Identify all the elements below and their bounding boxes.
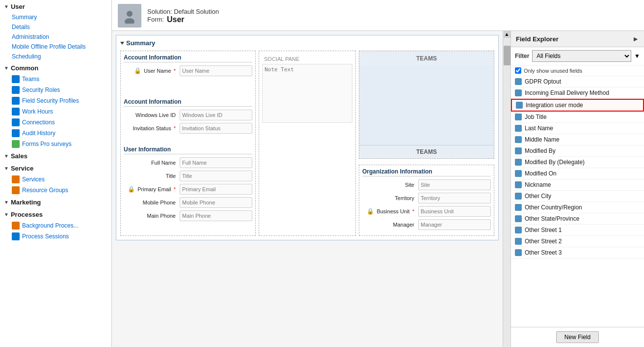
unused-fields-label: Only show unused fields [524,68,582,74]
primary-email-input[interactable] [180,184,252,195]
sidebar-section-user-header[interactable]: ▼ User [0,0,111,12]
sidebar-item-services[interactable]: Services [0,174,111,185]
title-input[interactable] [180,171,252,181]
main-phone-input[interactable] [180,210,252,221]
site-input[interactable] [418,179,491,190]
sidebar-item-administration[interactable]: Administration [0,32,111,42]
mobile-phone-input[interactable] [180,197,252,208]
fe-list-item[interactable]: Other City [511,191,644,202]
sidebar-item-mobile-offline[interactable]: Mobile Offline Profile Details [0,42,111,52]
sidebar-section-service-header[interactable]: ▼ Service [0,162,111,174]
title-label: Title [124,173,178,179]
invitation-status-input[interactable] [180,123,252,134]
social-pane-label: SOCIAL PANE [262,54,352,64]
fe-item-text: Middle Name [525,136,560,143]
sidebar-item-scheduling[interactable]: Scheduling [0,52,111,61]
fe-list-item[interactable]: Other State/Province [511,213,644,225]
sidebar-item-forms-pro[interactable]: Forms Pro surveys [0,139,111,149]
fe-list-item[interactable]: Other Street 1 [511,225,644,236]
sidebar-item-work-hours[interactable]: Work Hours [0,106,111,117]
username-label: 🔒 User Name [124,67,178,74]
sidebar-section-marketing: ▼ Marketing [0,196,111,208]
svg-point-1 [125,18,134,24]
fe-list: GDPR Optout Incoming Email Delivery Meth… [511,76,644,327]
teams-top-label: TEAMS [359,51,494,66]
fe-list-item[interactable]: GDPR Optout [511,76,644,87]
solution-label: Solution: Default Solution [147,8,219,15]
full-name-input[interactable] [180,157,252,168]
fe-list-item[interactable]: Last Name [511,123,644,134]
teams-content [359,66,494,145]
sidebar-item-resource-groups[interactable]: Resource Groups [0,185,111,196]
teams-icon [12,75,20,83]
scrollbar-thumb[interactable] [504,46,510,65]
sidebar-item-teams[interactable]: Teams [0,74,111,85]
territory-row: Territory [362,193,491,203]
username-input[interactable] [180,65,252,76]
site-row: Site [362,179,491,190]
fe-list-item[interactable]: Job Title [511,112,644,123]
new-field-button[interactable]: New Field [556,331,599,343]
unused-fields-checkbox[interactable] [515,67,521,74]
fe-list-item[interactable]: Nickname [511,179,644,191]
processes-section-triangle: ▼ [4,212,9,217]
fe-list-item[interactable]: Modified By [511,145,644,157]
fe-item-icon [515,227,522,233]
sidebar-section-common-label: Common [11,64,38,72]
sidebar-item-summary[interactable]: Summary [0,12,111,22]
windows-live-id-input[interactable] [180,110,252,120]
sidebar-item-process-sessions[interactable]: Process Sessions [0,231,111,242]
manager-label: Manager [362,222,416,228]
fe-list-item[interactable]: Middle Name [511,134,644,145]
fe-item-text: Modified By (Delegate) [525,159,585,166]
sidebar-item-background-processes[interactable]: Background Proces... [0,220,111,231]
sidebar-item-details[interactable]: Details [0,22,111,32]
common-section-triangle: ▼ [4,65,9,71]
sidebar-item-field-security[interactable]: Field Security Profiles [0,95,111,106]
sidebar-section-sales-header[interactable]: ▼ Sales [0,149,111,162]
full-name-label: Full Name [124,160,178,166]
fe-item-text: Other City [525,193,551,200]
fe-collapse-button[interactable]: ► [632,35,639,43]
fe-list-item[interactable]: Other Country/Region [511,202,644,213]
note-text-area[interactable] [262,64,352,123]
scroll-up-arrow[interactable]: ▲ [504,31,510,38]
sidebar-item-security-roles[interactable]: Security Roles [0,85,111,95]
fe-list-item[interactable]: Modified On [511,168,644,179]
fe-item-icon [515,136,522,143]
summary-expand-icon[interactable] [120,42,124,45]
fe-checkbox-row: Only show unused fields [511,65,644,76]
form-scrollbar[interactable]: ▲ [503,31,510,347]
sidebar-item-connections[interactable]: Connections [0,117,111,128]
manager-input[interactable] [418,219,491,230]
sidebar-section-processes: ▼ Processes Background Proces... Process… [0,208,111,242]
fe-list-item[interactable]: Modified By (Delegate) [511,157,644,168]
username-lock-icon: 🔒 [134,67,141,74]
fe-list-item[interactable]: Other Street 3 [511,247,644,259]
sidebar-section-processes-header[interactable]: ▼ Processes [0,208,111,220]
fe-list-item[interactable]: Other Street 2 [511,236,644,247]
avatar-icon [122,8,137,24]
field-security-icon [12,97,20,105]
fe-filter-select[interactable]: All Fields [532,50,631,62]
form-area: Summary Account Information 🔒 User Name [112,31,503,347]
primary-email-row: 🔒 Primary Email [124,184,252,195]
account-info-title-1: Account Information [124,54,252,62]
sidebar-section-marketing-header[interactable]: ▼ Marketing [0,196,111,208]
background-process-icon [12,222,20,230]
fe-item-text: Job Title [525,114,547,120]
fe-item-icon [515,78,522,85]
fe-list-item[interactable]: Incoming Email Delivery Method [511,87,644,99]
primary-email-lock-icon: 🔒 [128,186,135,193]
fe-list-item[interactable]: Integration user mode [511,99,644,112]
fe-item-icon [515,238,522,245]
sales-section-triangle: ▼ [4,153,9,159]
territory-input[interactable] [418,193,491,203]
sidebar-item-audit-history[interactable]: Audit History [0,128,111,139]
org-info-section: Organization Information Site Territory [359,165,494,236]
fe-item-icon [515,159,522,166]
fe-header: Field Explorer ► [511,31,644,47]
business-unit-input[interactable] [418,206,491,217]
business-unit-lock-icon: 🔒 [367,208,374,215]
sidebar-section-common-header[interactable]: ▼ Common [0,61,111,74]
